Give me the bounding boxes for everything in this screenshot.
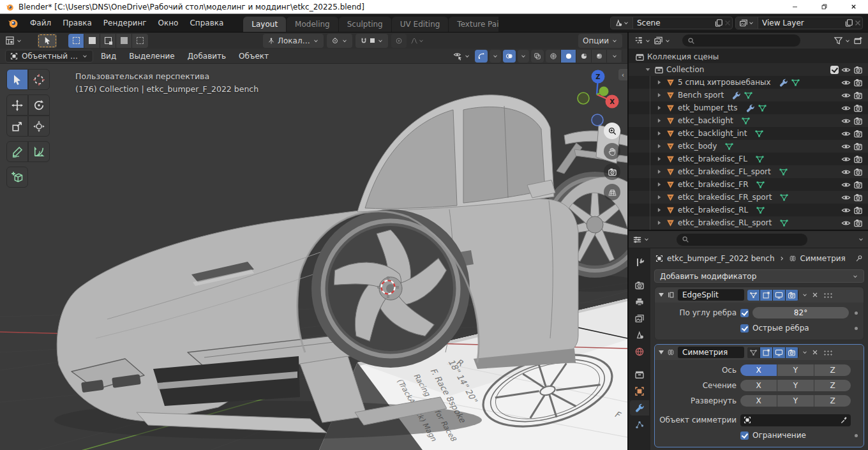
outliner-filter-mode[interactable] [654,36,671,45]
axis-y-ball[interactable] [599,87,609,96]
tool-transform[interactable] [28,116,50,137]
flip-x-button[interactable]: X [740,395,777,407]
menu-file[interactable]: Файл [24,16,57,30]
navigation-gizmo[interactable]: Z X [573,68,624,129]
eye-icon[interactable] [841,142,851,151]
proportional-edit-toggle[interactable] [391,34,407,48]
camera-render-icon[interactable] [853,193,863,202]
select-mode-intersect[interactable] [132,34,148,48]
camera-render-icon[interactable] [853,103,863,113]
tab-view-layer[interactable] [630,311,649,326]
scene-name[interactable]: Scene [633,19,714,27]
outliner-item[interactable]: etk_bumper_tts [629,101,868,114]
menu-help[interactable]: Справка [184,16,229,30]
shading-solid[interactable] [561,50,576,63]
menu-edit[interactable]: Правка [57,16,98,30]
expand-icon[interactable] [655,130,663,137]
eye-icon[interactable] [841,91,851,100]
outliner-item[interactable]: etkc_brakedisc_FL [629,153,868,165]
eye-icon[interactable] [841,103,851,113]
outliner-collection[interactable]: Collection [629,63,868,76]
pin-icon[interactable] [855,255,863,262]
drag-handle-icon[interactable] [823,350,833,356]
new-collection-button[interactable] [853,36,863,45]
tab-tool[interactable] [630,255,649,270]
eye-icon[interactable] [841,167,851,177]
animate-dot[interactable] [855,434,858,437]
close-button[interactable] [839,0,868,13]
tab-scene[interactable] [630,327,649,343]
delete-modifier-icon[interactable] [811,291,819,299]
blender-menu-icon[interactable] [6,17,19,29]
axis-y-button[interactable]: Y [777,364,814,376]
snap-dropdown[interactable] [355,34,388,48]
toggle-on-cage[interactable] [747,347,760,358]
shading-rendered[interactable] [592,50,607,63]
delete-modifier-icon[interactable] [811,349,819,356]
expand-icon[interactable] [655,142,663,150]
expand-icon[interactable] [655,104,663,112]
breadcrumb-object[interactable]: etkc_bumper_F_2022 bench [667,254,775,263]
edgesplit-panel-header[interactable]: EdgeSplit [655,287,864,303]
pan-button[interactable] [604,143,620,160]
axis-z-button[interactable]: Z [814,364,851,376]
select-mode-set[interactable] [68,34,84,48]
scene-selector[interactable]: Scene [610,17,733,29]
options-dropdown[interactable]: Опции [578,34,622,48]
mirror-object-field[interactable] [740,414,851,426]
edge-angle-slider[interactable]: 82° [752,307,849,319]
view-layer-selector[interactable]: View Layer [735,17,863,29]
tool-scale[interactable] [6,116,28,137]
axis-x-button[interactable]: X [740,364,777,376]
transform-orientation-dropdown[interactable]: Локал… [263,34,324,48]
camera-render-icon[interactable] [853,142,863,151]
tool-add-cube[interactable] [6,167,28,188]
menu-object[interactable]: Объект [234,50,274,63]
shading-dropdown[interactable] [607,50,622,63]
tab-render[interactable] [630,278,649,293]
outliner-item[interactable]: etkc_brakedisc_FR_sport [629,191,868,204]
proportional-falloff-dropdown[interactable] [410,34,425,48]
sharp-edges-checkbox[interactable] [740,324,749,333]
toggle-edit-mode[interactable] [760,290,773,301]
outliner-filter-dropdown[interactable] [834,36,851,45]
extras-chevron-icon[interactable] [802,349,808,356]
camera-view-button[interactable] [604,163,620,180]
properties-editor-type[interactable] [632,235,650,244]
add-modifier-dropdown[interactable]: Добавить модификатор [654,269,864,283]
tab-object[interactable] [630,384,649,399]
show-hide-dropdown[interactable] [451,50,473,63]
outliner-scene-collection[interactable]: Коллекция сцены [629,50,868,63]
gizmos-dropdown[interactable] [490,50,501,63]
tab-world[interactable] [630,344,649,359]
editor-type-selector[interactable] [5,36,22,45]
properties-search-input[interactable] [677,234,807,246]
outliner-item[interactable]: etkc_backlight_int [629,127,868,140]
toggle-edit-mode[interactable] [760,347,773,358]
expand-icon[interactable] [655,91,663,99]
collection-checkbox[interactable] [830,66,839,74]
bisect-x-button[interactable]: X [740,380,777,391]
overlays-toggle[interactable] [503,50,516,63]
tab-output[interactable] [630,294,649,310]
toggle-render[interactable] [786,347,798,358]
camera-render-icon[interactable] [853,78,863,87]
tab-texture-paint[interactable]: Texture Paint [449,17,498,32]
viewport-canvas[interactable]: R 18" 14" 20" F. Race 8spoke Racing rim … [0,64,627,450]
outliner-search-input[interactable] [682,34,800,47]
tab-modeling[interactable]: Modeling [287,17,338,32]
eye-icon[interactable] [841,65,851,75]
flip-z-button[interactable]: Z [814,395,851,407]
toggle-realtime[interactable] [773,347,786,358]
outliner-item[interactable]: etkc_backlight [629,114,868,127]
animate-dot[interactable] [855,327,858,330]
camera-render-icon[interactable] [853,129,863,139]
tool-measure[interactable] [28,141,50,162]
collapse-triangle-icon[interactable] [659,350,664,354]
camera-render-icon[interactable] [853,218,863,228]
active-tool-select-box[interactable] [38,34,57,48]
ortho-toggle-button[interactable] [604,184,620,200]
menu-add[interactable]: Добавить [183,50,231,63]
drag-handle-icon[interactable] [823,292,833,298]
toggle-realtime[interactable] [773,290,786,301]
